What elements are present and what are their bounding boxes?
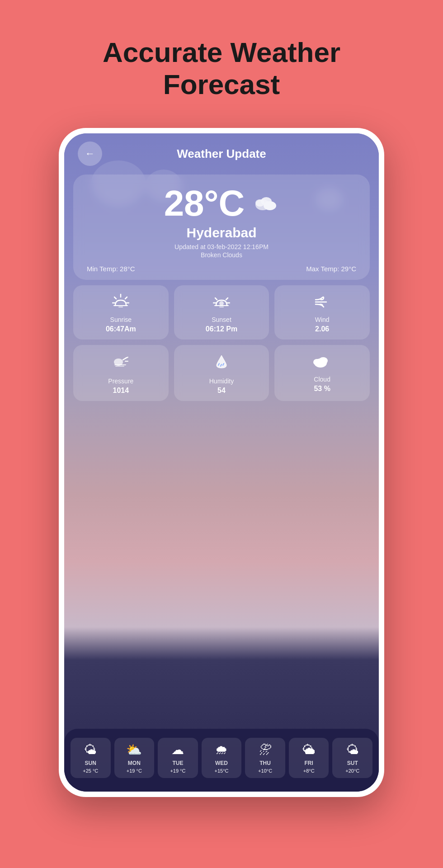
forecast-thu-label: THU — [259, 760, 271, 766]
sunrise-value: 06:47Am — [106, 325, 136, 333]
svg-line-22 — [125, 357, 128, 359]
forecast-tue: ☁ TUE +19 °C — [158, 738, 198, 778]
svg-line-5 — [114, 297, 116, 299]
sunrise-label: Sunrise — [110, 316, 132, 323]
back-arrow-icon: ← — [85, 148, 95, 160]
svg-point-3 — [261, 197, 272, 205]
forecast-fri-temp: +8°C — [303, 768, 315, 774]
forecast-wed-icon: 🌧 — [215, 742, 228, 757]
temperature-display: 28°C — [164, 185, 245, 222]
forecast-tue-label: TUE — [172, 760, 183, 766]
info-grid-row2: Pressure 1014 Humidity 54 — [73, 345, 370, 401]
humidity-label: Humidity — [209, 377, 234, 385]
sunrise-card: Sunrise 06:47Am — [73, 285, 169, 340]
sunset-value: 06:12 Pm — [206, 325, 237, 333]
updated-time: Updated at 03-feb-2022 12:16PM — [82, 243, 361, 250]
forecast-wed-label: WED — [215, 760, 228, 766]
main-weather-card: 28°C Hyderabad Updated at 03-feb-2022 12… — [73, 175, 370, 280]
forecast-tue-icon: ☁ — [171, 742, 184, 757]
humidity-value: 54 — [217, 387, 226, 395]
forecast-sat-label: SUT — [347, 760, 358, 766]
forecast-section: 🌤 SUN +25 °C ⛅ MON +19 °C ☁ TUE +19 °C 🌧… — [64, 729, 379, 792]
forecast-sat-temp: +20°C — [345, 768, 359, 774]
phone-frame: ← Weather Update 28°C Hyderabad Up — [59, 128, 384, 797]
forecast-thu-temp: +10°C — [258, 768, 272, 774]
max-temp: Max Temp: 29°C — [306, 265, 356, 273]
forecast-mon-temp: +19 °C — [127, 768, 142, 774]
svg-point-15 — [219, 301, 224, 306]
forecast-fri: 🌥 FRI +8°C — [289, 738, 329, 778]
pressure-label: Pressure — [108, 377, 133, 385]
forecast-mon: ⛅ MON +19 °C — [114, 738, 155, 778]
sunrise-icon — [112, 293, 129, 312]
wind-value: 2.06 — [315, 325, 329, 333]
sunset-label: Sunset — [212, 316, 231, 323]
svg-line-11 — [215, 298, 217, 300]
cloud-icon — [312, 353, 332, 372]
svg-line-12 — [226, 298, 228, 300]
forecast-mon-icon: ⛅ — [126, 742, 142, 757]
sunset-icon — [213, 293, 230, 312]
svg-point-30 — [319, 357, 328, 364]
wind-card: Wind 2.06 — [274, 285, 370, 340]
forecast-fri-icon: 🌥 — [302, 742, 315, 757]
forecast-fri-label: FRI — [305, 760, 313, 766]
back-button[interactable]: ← — [78, 142, 102, 166]
cloud-value: 53 % — [314, 385, 330, 393]
humidity-icon — [213, 353, 230, 374]
cloud-card: Cloud 53 % — [274, 345, 370, 401]
pressure-card: Pressure 1014 — [73, 345, 169, 401]
header-title: Weather Update — [177, 147, 266, 161]
forecast-mon-label: MON — [128, 760, 141, 766]
forecast-sun: 🌤 SUN +25 °C — [71, 738, 111, 778]
min-temp: Min Temp: 28°C — [87, 265, 135, 273]
sunset-card: Sunset 06:12 Pm — [174, 285, 269, 340]
wind-label: Wind — [315, 316, 330, 323]
cloud-label: Cloud — [314, 376, 330, 383]
min-max-row: Min Temp: 28°C Max Temp: 29°C — [82, 265, 361, 273]
humidity-card: Humidity 54 — [174, 345, 269, 401]
weather-cloud-icon — [254, 190, 279, 217]
forecast-wed: 🌧 WED +15°C — [202, 738, 242, 778]
forecast-tue-temp: +19 °C — [170, 768, 185, 774]
pressure-value: 1014 — [113, 387, 129, 395]
svg-line-6 — [125, 297, 127, 299]
info-grid-row1: Sunrise 06:47Am Sun — [73, 285, 370, 340]
app-header: ← Weather Update — [64, 133, 379, 165]
pressure-icon — [112, 353, 129, 374]
weather-condition: Broken Clouds — [82, 251, 361, 259]
forecast-row: 🌤 SUN +25 °C ⛅ MON +19 °C ☁ TUE +19 °C 🌧… — [71, 738, 372, 778]
forecast-sun-label: SUN — [85, 760, 96, 766]
forecast-sat: 🌤 SUT +20°C — [332, 738, 372, 778]
forecast-sun-temp: +25 °C — [83, 768, 98, 774]
forecast-sat-icon: 🌤 — [346, 742, 359, 757]
city-name: Hyderabad — [82, 225, 361, 241]
temperature-row: 28°C — [82, 185, 361, 222]
forecast-wed-temp: +15°C — [215, 768, 229, 774]
wind-icon — [314, 293, 331, 312]
forecast-sun-icon: 🌤 — [84, 742, 97, 757]
page-title: Accurate Weather Forecast — [103, 36, 340, 101]
forecast-thu: ⛈ THU +10°C — [245, 738, 285, 778]
phone-screen: ← Weather Update 28°C Hyderabad Up — [64, 133, 379, 792]
forecast-thu-icon: ⛈ — [259, 742, 272, 757]
